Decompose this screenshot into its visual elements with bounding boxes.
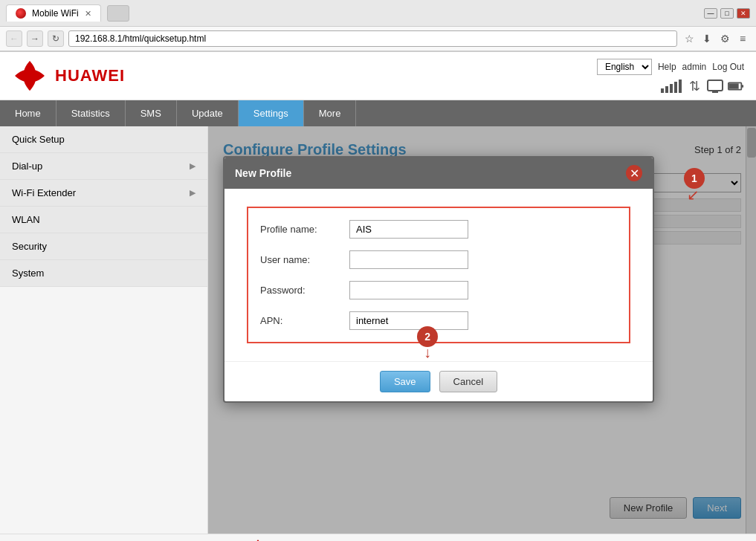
content-area: Configure Profile Settings Step 1 of 2 P… bbox=[208, 126, 756, 534]
tab-favicon bbox=[16, 8, 26, 19]
sidebar-wifi-extender-label: Wi-Fi Extender bbox=[12, 187, 76, 198]
nav-update[interactable]: Update bbox=[177, 100, 239, 126]
screen-icon bbox=[707, 80, 723, 93]
sidebar-item-wlan[interactable]: WLAN bbox=[0, 207, 207, 233]
modal-profile-name-row: Profile name: bbox=[260, 220, 617, 239]
title-bar: Mobile WiFi ✕ — □ ✕ bbox=[0, 0, 756, 27]
forward-btn[interactable]: → bbox=[27, 30, 43, 47]
sidebar-dial-up-label: Dial-up bbox=[12, 161, 42, 172]
refresh-btn[interactable]: ↻ bbox=[48, 30, 64, 47]
logo-area: HUAWEI bbox=[12, 58, 125, 94]
sidebar-security-label: Security bbox=[12, 241, 47, 252]
extensions-icon[interactable]: ⚙ bbox=[717, 31, 732, 46]
nav-more[interactable]: More bbox=[304, 100, 357, 126]
url-input[interactable]: 192.168.8.1/html/quicksetup.html bbox=[68, 30, 677, 47]
modal-overlay: New Profile ✕ Profile name: User bbox=[208, 126, 756, 534]
download-icon[interactable]: ⬇ bbox=[700, 31, 714, 46]
modal-header: New Profile ✕ bbox=[224, 158, 653, 189]
form-highlight-box: Profile name: User name: Password: bbox=[247, 207, 630, 343]
modal-password-row: Password: bbox=[260, 281, 617, 299]
footer: Privacy Policy (C) 2006-2015 HUAWEI TECH… bbox=[0, 534, 756, 541]
help-link[interactable]: Help bbox=[658, 62, 676, 72]
modal-save-label: Save bbox=[394, 376, 416, 387]
tab-title: Mobile WiFi bbox=[32, 8, 79, 19]
sidebar-item-quick-setup[interactable]: Quick Setup bbox=[0, 126, 207, 153]
modal-password-label: Password: bbox=[260, 285, 349, 296]
modal-profile-name-label: Profile name: bbox=[260, 224, 349, 235]
admin-label: admin bbox=[682, 62, 707, 72]
nav-bar: Home Statistics SMS Update Settings More bbox=[0, 100, 756, 126]
signal-bar-1 bbox=[661, 88, 664, 93]
sidebar-item-dial-up[interactable]: Dial-up ▶ bbox=[0, 153, 207, 180]
annotation-2-group: 2 ↓ bbox=[417, 326, 438, 361]
sidebar-item-wifi-extender[interactable]: Wi-Fi Extender ▶ bbox=[0, 180, 207, 207]
modal-title: New Profile bbox=[235, 167, 291, 179]
address-icons: ☆ ⬇ ⚙ ≡ bbox=[682, 31, 750, 46]
back-btn[interactable]: ← bbox=[6, 30, 22, 47]
maximize-btn[interactable]: □ bbox=[720, 8, 734, 19]
huawei-logo-icon bbox=[12, 58, 48, 94]
modal-apn-row: APN: bbox=[260, 311, 617, 330]
sidebar-quick-setup-label: Quick Setup bbox=[12, 134, 65, 145]
signal-icons: ⇅ bbox=[661, 80, 744, 93]
nav-settings[interactable]: Settings bbox=[239, 100, 304, 126]
svg-rect-0 bbox=[708, 80, 723, 91]
modal-footer: 2 ↓ Save Cancel bbox=[224, 361, 653, 401]
logo-text: HUAWEI bbox=[55, 66, 125, 85]
sidebar-wlan-label: WLAN bbox=[12, 214, 40, 225]
modal-close-btn[interactable]: ✕ bbox=[626, 165, 642, 181]
signal-bar-4 bbox=[674, 82, 677, 93]
title-bar-left: Mobile WiFi ✕ bbox=[6, 4, 129, 22]
new-tab-btn[interactable] bbox=[107, 5, 129, 22]
modal-cancel-btn[interactable]: Cancel bbox=[439, 371, 497, 392]
tab-close-btn[interactable]: ✕ bbox=[85, 9, 91, 19]
annotation-1-group: 1 ↙ bbox=[684, 168, 705, 204]
modal-cancel-label: Cancel bbox=[453, 376, 483, 387]
browser-tab[interactable]: Mobile WiFi ✕ bbox=[6, 4, 101, 22]
nav-sms[interactable]: SMS bbox=[126, 100, 177, 126]
sidebar-dial-up-arrow: ▶ bbox=[190, 161, 196, 171]
sidebar-system-label: System bbox=[12, 268, 44, 279]
sidebar-item-system[interactable]: System bbox=[0, 260, 207, 287]
modal-profile-name-input[interactable] bbox=[349, 220, 468, 239]
modal-username-label: User name: bbox=[260, 254, 349, 265]
modal-username-input[interactable] bbox=[349, 250, 468, 269]
minimize-btn[interactable]: — bbox=[704, 8, 717, 19]
header-top-right: English Help admin Log Out bbox=[597, 59, 744, 75]
menu-icon[interactable]: ≡ bbox=[735, 31, 750, 46]
signal-bar-5 bbox=[679, 80, 682, 93]
language-select[interactable]: English bbox=[597, 59, 652, 75]
data-transfer-icon: ⇅ bbox=[686, 80, 702, 93]
window-controls: — □ ✕ bbox=[704, 8, 750, 19]
address-bar: ← → ↻ 192.168.8.1/html/quicksetup.html ☆… bbox=[0, 27, 756, 51]
modal-username-row: User name: bbox=[260, 250, 617, 269]
app-header: HUAWEI English Help admin Log Out ⇅ bbox=[0, 52, 756, 100]
main-layout: Quick Setup Dial-up ▶ Wi-Fi Extender ▶ W… bbox=[0, 126, 756, 534]
new-profile-modal: New Profile ✕ Profile name: User bbox=[223, 156, 654, 403]
nav-home[interactable]: Home bbox=[0, 100, 56, 126]
nav-statistics[interactable]: Statistics bbox=[56, 100, 126, 126]
modal-body: Profile name: User name: Password: bbox=[224, 189, 653, 361]
signal-strength-icon bbox=[661, 80, 682, 93]
sidebar-wifi-extender-arrow: ▶ bbox=[190, 188, 196, 198]
header-right: English Help admin Log Out ⇅ bbox=[597, 59, 744, 93]
signal-bar-3 bbox=[670, 84, 673, 93]
close-btn[interactable]: ✕ bbox=[737, 8, 750, 19]
signal-bar-2 bbox=[665, 86, 668, 93]
svg-rect-4 bbox=[729, 83, 739, 88]
modal-save-btn[interactable]: Save bbox=[380, 371, 430, 392]
battery-icon bbox=[728, 80, 744, 93]
star-icon[interactable]: ☆ bbox=[682, 31, 697, 46]
modal-apn-label: APN: bbox=[260, 315, 349, 326]
sidebar-item-security[interactable]: Security bbox=[0, 233, 207, 260]
logout-link[interactable]: Log Out bbox=[712, 62, 744, 72]
modal-apn-input[interactable] bbox=[349, 311, 468, 330]
annotation-2-arrow: ↓ bbox=[424, 344, 431, 361]
sidebar: Quick Setup Dial-up ▶ Wi-Fi Extender ▶ W… bbox=[0, 126, 208, 534]
svg-rect-5 bbox=[741, 85, 743, 88]
annotation-1-arrow: ↙ bbox=[687, 186, 705, 204]
browser-chrome: Mobile WiFi ✕ — □ ✕ ← → ↻ 192.168.8.1/ht… bbox=[0, 0, 756, 52]
modal-password-input[interactable] bbox=[349, 281, 468, 299]
